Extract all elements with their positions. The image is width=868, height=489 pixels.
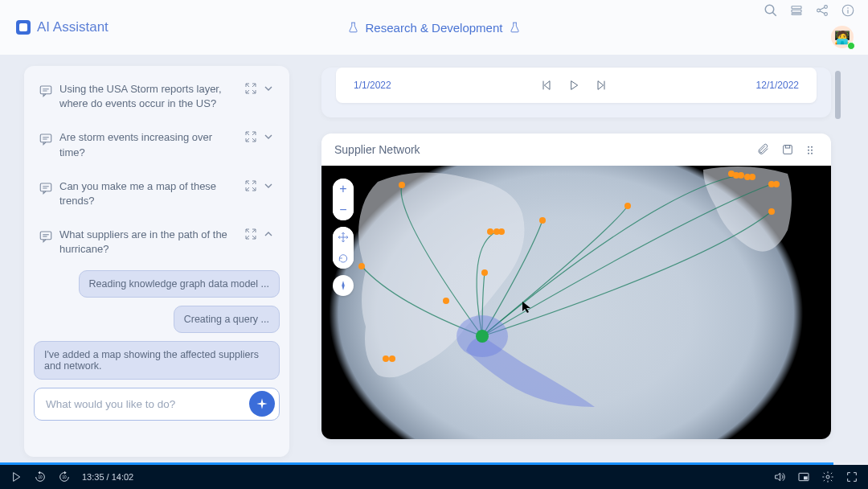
globe-map[interactable]: + − [321, 166, 831, 439]
supplier-node[interactable] [738, 172, 744, 179]
skip-forward-icon[interactable] [595, 79, 608, 92]
chat-item-text: Using the USA Storm reports layer, where… [59, 82, 238, 111]
presence-dot [847, 42, 855, 50]
avatar[interactable]: 🧑‍💻 [831, 26, 854, 48]
chat-item-text: Are storm events increasing over time? [59, 130, 238, 159]
brand-icon [16, 20, 31, 35]
network-arc [482, 212, 772, 336]
collapse-icon[interactable] [244, 179, 257, 192]
chat-item-text: What suppliers are in the path of the hu… [59, 228, 238, 257]
supplier-node[interactable] [749, 174, 755, 180]
supplier-title: Supplier Network [334, 143, 420, 156]
flask-icon [348, 22, 359, 33]
center-title-text: Research & Development [366, 21, 503, 35]
attach-icon[interactable] [757, 143, 770, 156]
search-icon[interactable] [764, 3, 778, 18]
volume-icon[interactable] [773, 471, 786, 483]
supplier-node[interactable] [443, 298, 449, 304]
play-icon[interactable] [567, 79, 580, 92]
video-play-icon[interactable] [10, 471, 23, 483]
compass-button[interactable] [333, 275, 354, 296]
collapse-icon[interactable] [244, 82, 257, 95]
chat-icon [39, 84, 53, 98]
panel-scrollbar[interactable] [835, 71, 841, 119]
layers-icon[interactable] [789, 3, 804, 18]
replay-10-icon[interactable] [34, 471, 47, 483]
zoom-in-button[interactable]: + [333, 179, 354, 199]
sparkle-icon [256, 397, 268, 410]
supplier-node[interactable] [498, 228, 505, 235]
chat-icon [39, 132, 53, 146]
share-icon[interactable] [815, 3, 829, 18]
chat-input-row [34, 388, 280, 421]
send-button[interactable] [249, 391, 275, 417]
collapse-icon[interactable] [244, 130, 257, 143]
settings-icon[interactable] [821, 471, 834, 483]
status-bubble: Creating a query ... [174, 306, 280, 333]
video-controls: 13:35 / 14:02 [0, 465, 868, 489]
rotate-button[interactable] [333, 248, 354, 269]
supplier-node[interactable] [358, 263, 365, 269]
brand-title: AI Assistant [37, 19, 108, 35]
pan-button[interactable] [333, 227, 354, 248]
chevron-down-icon[interactable] [262, 82, 275, 95]
video-time: 13:35 / 14:02 [82, 472, 133, 482]
fullscreen-icon[interactable] [845, 471, 858, 483]
chat-icon [39, 181, 53, 195]
info-icon[interactable] [841, 3, 855, 18]
status-bubble: Reading knowledge graph data model ... [79, 270, 280, 298]
supplier-node[interactable] [487, 228, 493, 235]
chat-item[interactable]: Using the USA Storm reports layer, where… [34, 76, 280, 124]
chevron-down-icon[interactable] [262, 130, 275, 143]
skip-back-icon[interactable] [540, 79, 553, 92]
center-title: Research & Development [348, 21, 521, 35]
zoom-out-button[interactable]: − [333, 199, 354, 220]
chat-icon [39, 229, 53, 244]
supplier-node[interactable] [539, 217, 546, 224]
supplier-node[interactable] [624, 203, 631, 209]
supplier-node[interactable] [383, 355, 389, 362]
timeline-card: 1/1/2022 12/1/2022 [321, 68, 831, 117]
chat-item-text: Can you make me a map of these trends? [59, 179, 238, 208]
supplier-node[interactable] [481, 269, 488, 276]
top-bar: AI Assistant Research & Development 🧑‍💻 [0, 0, 868, 55]
flask-icon [509, 22, 520, 33]
collapse-icon[interactable] [244, 228, 257, 240]
chat-panel: Using the USA Storm reports layer, where… [24, 66, 289, 457]
supplier-card: Supplier Network + − [321, 134, 831, 439]
cursor-icon [522, 302, 532, 313]
top-right-icons [764, 0, 855, 21]
chevron-down-icon[interactable] [262, 179, 275, 192]
supplier-node[interactable] [389, 355, 395, 362]
svg-point-32 [476, 330, 489, 343]
supplier-node[interactable] [399, 182, 405, 188]
save-icon[interactable] [781, 143, 794, 156]
chat-item[interactable]: What suppliers are in the path of the hu… [34, 221, 280, 269]
chevron-up-icon[interactable] [262, 228, 275, 240]
assistant-response: I've added a map showing the affected su… [34, 341, 280, 380]
more-icon[interactable] [805, 143, 818, 156]
supplier-node[interactable] [768, 208, 775, 215]
chat-input[interactable] [34, 388, 280, 421]
forward-10-icon[interactable] [58, 471, 71, 483]
supplier-node[interactable] [773, 181, 780, 187]
timeline-start: 1/1/2022 [354, 80, 391, 91]
network-arc [482, 175, 739, 336]
chat-item[interactable]: Are storm events increasing over time? [34, 124, 280, 172]
pip-icon[interactable] [797, 471, 810, 483]
chat-item[interactable]: Can you make me a map of these trends? [34, 173, 280, 221]
timeline-end: 12/1/2022 [756, 80, 799, 91]
